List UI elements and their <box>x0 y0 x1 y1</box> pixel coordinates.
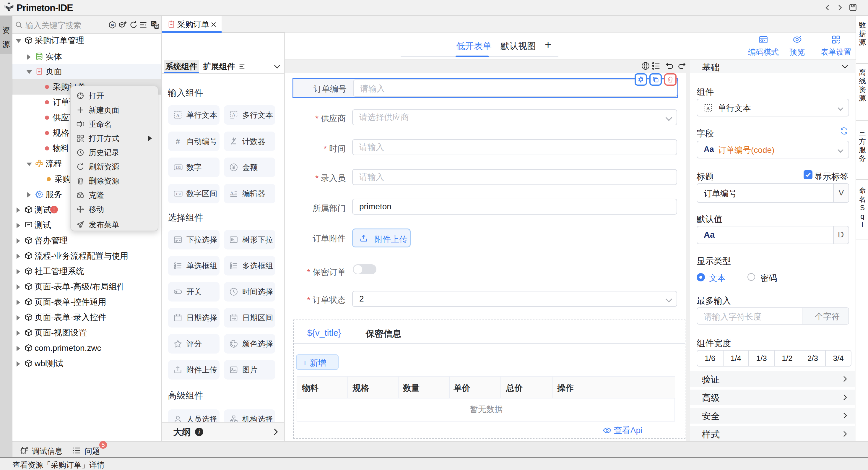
svg-text:A: A <box>232 112 235 117</box>
svg-text:AI: AI <box>111 23 114 27</box>
svg-text:文: 文 <box>155 25 158 28</box>
svg-text:#: # <box>176 137 180 145</box>
svg-text:1~3: 1~3 <box>176 192 181 196</box>
svg-text:A: A <box>176 113 180 118</box>
svg-text:A: A <box>230 190 234 197</box>
svg-text:A: A <box>707 106 710 111</box>
svg-text:123: 123 <box>176 166 181 169</box>
